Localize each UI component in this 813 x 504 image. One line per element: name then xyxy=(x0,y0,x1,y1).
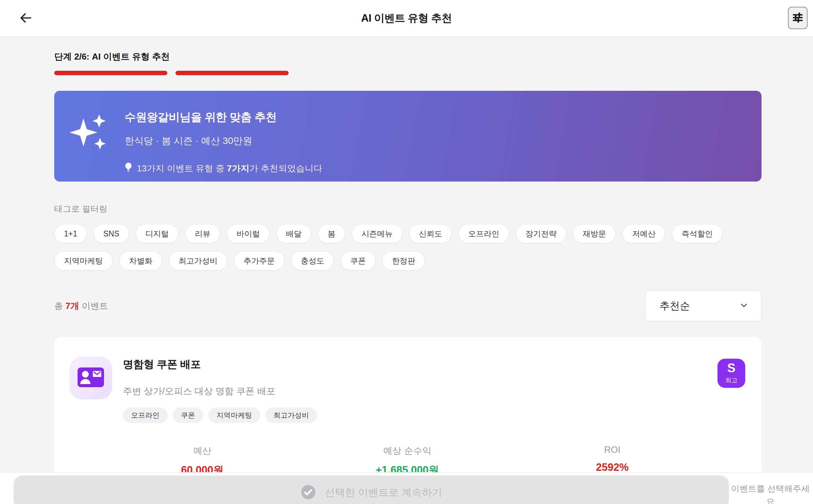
tag-chip[interactable]: 배달 xyxy=(276,224,311,244)
arrow-left-icon xyxy=(18,10,33,26)
back-button[interactable] xyxy=(16,9,35,28)
continue-button-label: 선택한 이벤트로 계속하기 xyxy=(325,486,442,500)
sliders-icon xyxy=(792,12,804,25)
event-card[interactable]: 명함형 쿠폰 배포 주변 상가/오피스 대상 명함 쿠폰 배포 오프라인 쿠폰 … xyxy=(54,337,762,491)
tag-chip[interactable]: 봄 xyxy=(318,224,345,244)
sort-dropdown-value: 추천순 xyxy=(660,299,690,313)
banner-subtitle: 한식당 · 봄 시즌 · 예산 30만원 xyxy=(125,134,322,147)
event-tag: 쿠폰 xyxy=(173,407,203,423)
tag-chip[interactable]: 바이럴 xyxy=(227,224,270,244)
tag-chip[interactable]: 신뢰도 xyxy=(409,224,452,244)
tag-chip[interactable]: SNS xyxy=(93,224,129,244)
lightbulb-icon xyxy=(125,162,132,175)
tag-chip[interactable]: 저예산 xyxy=(622,224,665,244)
contact-card-icon xyxy=(78,368,104,388)
chevron-down-icon xyxy=(739,300,749,312)
sort-dropdown[interactable]: 추천순 xyxy=(645,290,762,321)
continue-button[interactable]: 선택한 이벤트로 계속하기 xyxy=(14,476,729,504)
filter-settings-button[interactable] xyxy=(788,7,808,29)
grade-letter: S xyxy=(727,362,735,374)
event-tag: 지역마케팅 xyxy=(208,407,260,423)
progress-segment xyxy=(175,71,289,75)
event-tag: 오프라인 xyxy=(123,407,168,423)
event-card-head: 명함형 쿠폰 배포 주변 상가/오피스 대상 명함 쿠폰 배포 오프라인 쿠폰 … xyxy=(69,357,745,423)
progress-segment xyxy=(54,71,167,75)
grade-label: 최고 xyxy=(725,376,737,384)
tag-chip[interactable]: 디지털 xyxy=(136,224,179,244)
banner-info-text: 13가지 이벤트 유형 중 7가지가 추천되었습니다 xyxy=(137,163,322,174)
tag-chip[interactable]: 장기전략 xyxy=(516,224,566,244)
tag-chip[interactable]: 최고가성비 xyxy=(169,251,227,271)
banner-info: 13가지 이벤트 유형 중 7가지가 추천되었습니다 xyxy=(125,162,322,175)
event-card-body: 명함형 쿠폰 배포 주변 상가/오피스 대상 명함 쿠폰 배포 오프라인 쿠폰 … xyxy=(123,357,717,423)
tag-chip[interactable]: 차별화 xyxy=(119,251,162,271)
tag-chip[interactable]: 리뷰 xyxy=(185,224,220,244)
bottom-bar: 선택한 이벤트로 계속하기 이벤트를 선택해주세요 xyxy=(0,472,813,504)
event-count-number: 7개 xyxy=(65,301,79,311)
tag-chip[interactable]: 추가주문 xyxy=(234,251,285,271)
tag-chip[interactable]: 쿠폰 xyxy=(340,251,376,271)
sparkles-icon xyxy=(70,110,111,182)
tag-filter-label: 태그로 필터링 xyxy=(54,203,762,214)
banner-text-block: 수원왕갈비님을 위한 맞춤 추천 한식당 · 봄 시즌 · 예산 30만원 13… xyxy=(125,106,322,182)
selection-helper-text: 이벤트를 선택해주세요 xyxy=(730,482,810,504)
tag-chip[interactable]: 즉석할인 xyxy=(672,224,723,244)
tag-chip[interactable]: 한정판 xyxy=(382,251,425,271)
tag-chip[interactable]: 오프라인 xyxy=(458,224,509,244)
check-circle-icon xyxy=(300,484,316,501)
tag-chip[interactable]: 시즌메뉴 xyxy=(352,224,402,244)
event-count: 총 7개 이벤트 xyxy=(54,300,108,312)
event-title: 명함형 쿠폰 배포 xyxy=(123,357,717,372)
event-tag: 최고가성비 xyxy=(265,407,317,423)
tag-chip[interactable]: 충성도 xyxy=(291,251,334,271)
app-header: AI 이벤트 유형 추천 xyxy=(0,0,813,37)
tag-chip[interactable]: 1+1 xyxy=(54,224,87,244)
tag-filter-chips: 1+1 SNS 디지털 리뷰 바이럴 배달 봄 시즌메뉴 신뢰도 오프라인 장기… xyxy=(54,224,762,271)
results-toolbar: 총 7개 이벤트 추천순 xyxy=(54,290,762,321)
stat-roi-value: 2592% xyxy=(510,461,715,474)
page-title: AI 이벤트 유형 추천 xyxy=(361,11,452,25)
banner-title: 수원왕갈비님을 위한 맞춤 추천 xyxy=(125,110,322,125)
event-type-icon-wrap xyxy=(69,357,112,399)
tag-chip[interactable]: 지역마케팅 xyxy=(54,251,113,271)
recommendation-banner: 수원왕갈비님을 위한 맞춤 추천 한식당 · 봄 시즌 · 예산 30만원 13… xyxy=(54,91,762,182)
tag-chip[interactable]: 재방문 xyxy=(573,224,616,244)
grade-badge: S 최고 xyxy=(717,359,745,388)
step-indicator: 단계 2/6: AI 이벤트 유형 추천 xyxy=(54,51,762,63)
event-description: 주변 상가/오피스 대상 명함 쿠폰 배포 xyxy=(123,385,717,397)
main-content: 단계 2/6: AI 이벤트 유형 추천 수원왕갈비님을 위한 맞춤 추천 한식… xyxy=(0,51,813,491)
event-tags: 오프라인 쿠폰 지역마케팅 최고가성비 xyxy=(123,407,717,423)
progress-bar xyxy=(54,71,762,75)
